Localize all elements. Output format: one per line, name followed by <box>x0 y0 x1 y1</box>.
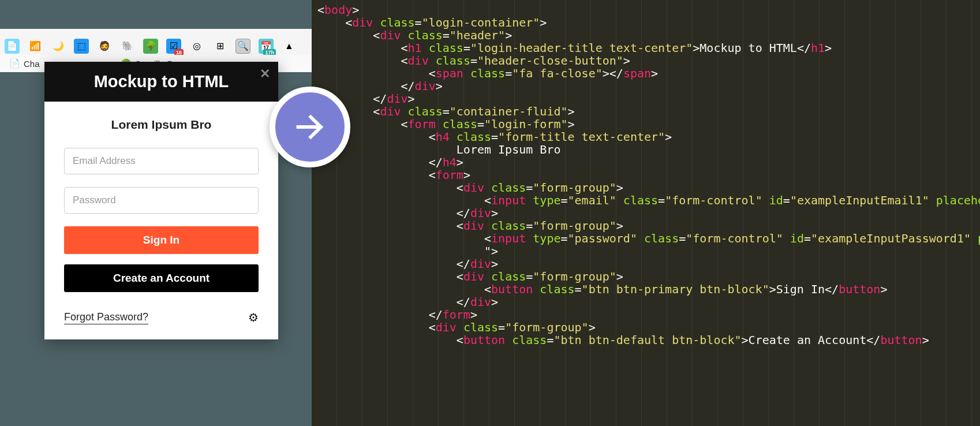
arrow-right-icon <box>270 87 350 167</box>
moon-icon[interactable]: 🌙 <box>51 39 66 54</box>
drive-icon[interactable]: ▲ <box>282 39 297 54</box>
code-line: Lorem Ipsum Bro <box>317 143 974 156</box>
code-line: <div class="header-close-button"> <box>317 54 974 67</box>
browser-tab[interactable]: 📄Cha <box>9 58 40 69</box>
grid-icon[interactable]: ⊞ <box>212 39 227 54</box>
code-line: </div> <box>317 296 974 308</box>
code-line: <body> <box>317 3 974 16</box>
calendar-icon[interactable]: 📅17h <box>259 39 274 54</box>
login-title: Mockup to HTML <box>56 72 267 91</box>
magnify-icon[interactable]: 🔍 <box>235 39 250 54</box>
code-line: <div class="container-fluid"> <box>317 105 974 118</box>
tab-favicon: 📄 <box>9 58 20 69</box>
code-editor[interactable]: <body> <div class="login-container"> <di… <box>312 0 980 426</box>
copy-icon[interactable]: 📄 <box>5 39 20 54</box>
target-icon[interactable]: ◎ <box>189 39 204 54</box>
code-line: </div> <box>317 257 974 270</box>
code-line: <div class="form-group"> <box>317 181 974 194</box>
code-line: <button class="btn btn-primary btn-block… <box>317 283 974 296</box>
forest-icon[interactable]: 🌳 <box>143 39 158 54</box>
tab-label: Cha <box>24 59 40 69</box>
close-icon[interactable]: ✕ <box>260 66 270 81</box>
form-subtitle: Lorem Ipsum Bro <box>64 118 259 132</box>
code-line: <div class="form-group"> <box>317 321 974 334</box>
cast-icon[interactable]: 📶 <box>28 39 43 54</box>
code-line: <h4 class="form-title text-center"> <box>317 130 974 143</box>
evernote-icon[interactable]: 🐘 <box>120 39 135 54</box>
code-line: </div> <box>317 207 974 219</box>
login-body: Lorem Ipsum Bro Sign In Create an Accoun… <box>44 102 278 339</box>
login-footer: Forgot Password? ⚙ <box>64 311 259 324</box>
code-line: <h1 class="login-header-title text-cente… <box>317 42 974 54</box>
gear-icon[interactable]: ⚙ <box>248 311 259 324</box>
signin-button[interactable]: Sign In <box>64 226 259 254</box>
password-field[interactable] <box>64 187 259 214</box>
code-line: <span class="fa fa-close"></span> <box>317 67 974 80</box>
forgot-password-link[interactable]: Forgot Password? <box>64 311 148 324</box>
code-line: <button class="btn btn-default btn-block… <box>317 334 974 346</box>
code-line: </h4> <box>317 156 974 169</box>
login-modal: ✕ Mockup to HTML Lorem Ipsum Bro Sign In… <box>44 62 278 339</box>
code-line: <form class="login-form"> <box>317 118 974 130</box>
code-line: <div class="form-group"> <box>317 219 974 232</box>
code-line: <input type="email" class="form-control"… <box>317 194 974 207</box>
trello-icon[interactable]: ⬚ <box>74 39 89 54</box>
login-header: ✕ Mockup to HTML <box>44 62 278 102</box>
email-field[interactable] <box>64 148 259 174</box>
code-line: <form> <box>317 169 974 181</box>
code-line: "> <box>317 245 974 257</box>
avatar-icon[interactable]: 🧔 <box>97 39 112 54</box>
todoist-icon[interactable]: ☑16 <box>166 39 181 54</box>
code-line: </form> <box>317 308 974 321</box>
create-account-button[interactable]: Create an Account <box>64 264 259 292</box>
code-line: <div class="form-group"> <box>317 270 974 283</box>
code-line: </div> <box>317 80 974 92</box>
code-line: </div> <box>317 92 974 105</box>
code-line: <div class="header"> <box>317 29 974 42</box>
code-line: <input type="password" class="form-contr… <box>317 232 974 245</box>
code-line: <div class="login-container"> <box>317 16 974 29</box>
